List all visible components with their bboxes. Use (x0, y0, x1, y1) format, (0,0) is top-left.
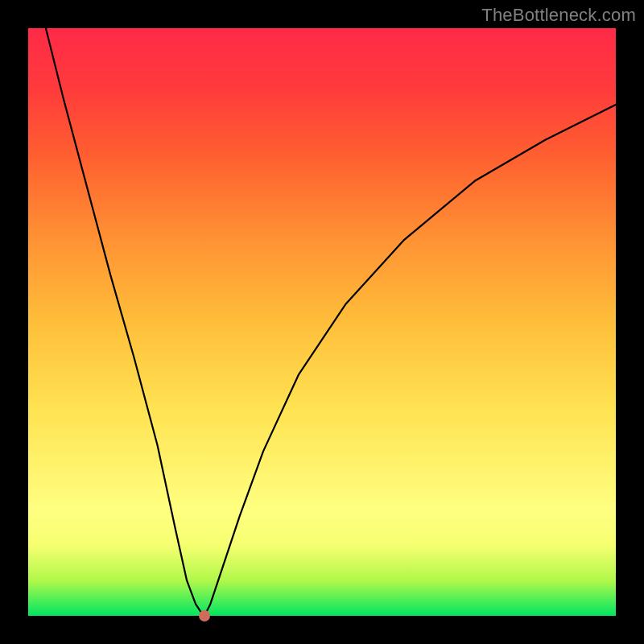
bottleneck-curve (28, 28, 616, 616)
plot-area (28, 28, 616, 616)
chart-frame: TheBottleneck.com (0, 0, 644, 644)
watermark-text: TheBottleneck.com (481, 5, 636, 26)
minimum-marker-dot (199, 610, 210, 621)
